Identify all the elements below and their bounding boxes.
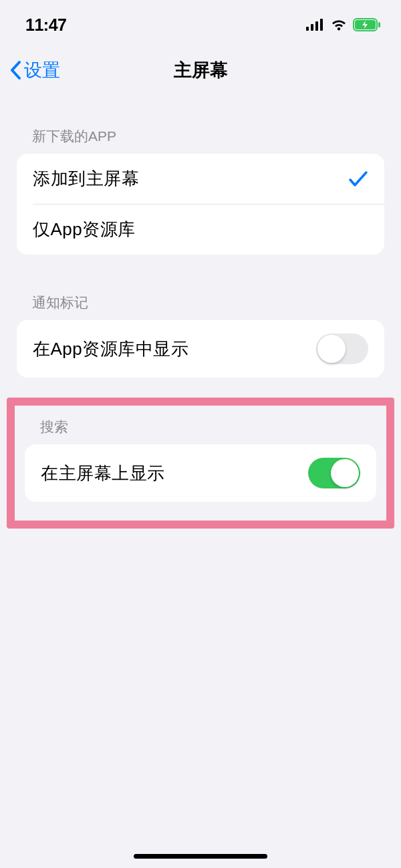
list-badges: 在App资源库中显示 (17, 320, 384, 378)
row-show-on-home: 在主屏幕上显示 (25, 444, 376, 502)
highlight-annotation: 搜索 在主屏幕上显示 (7, 398, 394, 529)
toggle-show-in-library[interactable] (316, 333, 368, 364)
back-button[interactable]: 设置 (9, 58, 60, 82)
section-header-new-apps: 新下载的APP (0, 127, 401, 154)
option-app-library-only[interactable]: 仅App资源库 (17, 204, 384, 255)
svg-rect-6 (378, 22, 380, 27)
wifi-icon (330, 19, 348, 31)
chevron-left-icon (9, 60, 21, 80)
content: 新下载的APP 添加到主屏幕 仅App资源库 通知标记 在App资源库中显示 搜… (0, 94, 401, 529)
svg-rect-3 (320, 19, 323, 31)
toggle-knob (331, 459, 359, 487)
status-time: 11:47 (25, 15, 66, 35)
row-label: 添加到主屏幕 (33, 167, 139, 190)
row-show-in-library: 在App资源库中显示 (17, 320, 384, 378)
back-label: 设置 (24, 58, 60, 82)
cellular-icon (306, 19, 325, 31)
row-label: 在App资源库中显示 (33, 337, 188, 361)
home-indicator[interactable] (134, 854, 267, 859)
toggle-show-on-home[interactable] (308, 458, 360, 488)
status-indicators (306, 18, 381, 31)
navigation-bar: 设置 主屏幕 (0, 40, 401, 94)
page-title: 主屏幕 (174, 58, 228, 82)
battery-charging-icon (353, 18, 381, 31)
row-label: 在主屏幕上显示 (41, 462, 165, 485)
row-label: 仅App资源库 (33, 218, 136, 241)
toggle-knob (317, 335, 346, 363)
status-bar: 11:47 (0, 0, 401, 40)
option-add-to-home[interactable]: 添加到主屏幕 (17, 154, 384, 204)
section-header-badges: 通知标记 (0, 293, 401, 320)
svg-rect-1 (311, 24, 313, 31)
checkmark-icon (348, 170, 368, 188)
section-header-search: 搜索 (15, 418, 386, 444)
svg-rect-2 (315, 21, 318, 31)
list-search: 在主屏幕上显示 (25, 444, 376, 502)
list-new-apps: 添加到主屏幕 仅App资源库 (17, 154, 384, 255)
svg-rect-0 (306, 27, 309, 31)
